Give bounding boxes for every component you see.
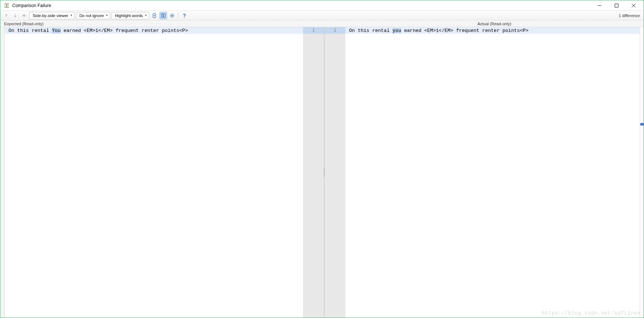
titlebar: Comparison Failure xyxy=(0,0,644,11)
chevron-down-icon: ▼ xyxy=(144,14,147,17)
actual-text-post: earned <EM>1</EM> frequent renter points… xyxy=(401,28,528,33)
difference-count: 1 difference xyxy=(619,13,641,18)
sync-scroll-button[interactable] xyxy=(160,12,167,19)
window-title: Comparison Failure xyxy=(12,3,51,8)
maximize-button[interactable] xyxy=(608,0,625,11)
help-button[interactable]: ? xyxy=(181,12,188,19)
expected-text-post: earned <EM>1</EM> frequent renter points… xyxy=(60,28,188,33)
actual-highlighted-word: you xyxy=(392,28,401,33)
actual-text-pre: On this rental xyxy=(349,28,392,33)
next-diff-button[interactable] xyxy=(12,12,19,19)
splitter-handle[interactable] xyxy=(323,168,325,176)
svg-rect-0 xyxy=(4,4,6,7)
viewer-mode-select[interactable]: Side-by-side viewer ▼ xyxy=(29,12,75,19)
expected-pane: On this rental You earned <EM>1</EM> fre… xyxy=(5,27,303,318)
line-number-right: 1 xyxy=(325,27,345,34)
ignore-mode-select[interactable]: Do not ignore ▼ xyxy=(76,12,110,19)
expected-line-1: On this rental You earned <EM>1</EM> fre… xyxy=(5,27,303,34)
diff-indicator-mark[interactable] xyxy=(640,123,644,126)
right-indicator-strip[interactable] xyxy=(640,27,644,318)
svg-rect-7 xyxy=(161,14,163,17)
expected-content[interactable]: On this rental You earned <EM>1</EM> fre… xyxy=(5,27,303,318)
expected-header: Expected (Read-only) xyxy=(0,20,303,27)
highlight-mode-select[interactable]: Highlight words ▼ xyxy=(112,12,149,19)
toolbar-separator xyxy=(178,12,178,19)
watermark: https://blog.csdn.net/spfLinux xyxy=(542,310,641,316)
expected-highlighted-word: You xyxy=(52,28,60,33)
svg-rect-3 xyxy=(615,4,618,7)
line-number-left-col: 1 xyxy=(303,27,324,318)
line-number-right-col: 1 xyxy=(324,27,345,318)
left-indicator-strip xyxy=(0,27,3,318)
comparison-failure-window: Comparison Failure Side-by-side viewer ▼ xyxy=(0,0,644,318)
toolbar: Side-by-side viewer ▼ Do not ignore ▼ Hi… xyxy=(0,11,644,20)
diff-body: On this rental You earned <EM>1</EM> fre… xyxy=(0,27,644,318)
line-number-left: 1 xyxy=(303,27,324,34)
close-button[interactable] xyxy=(625,0,642,11)
settings-button[interactable] xyxy=(168,12,176,19)
pane-headers: Expected (Read-only) Actual (Read-only) xyxy=(0,20,644,27)
minimize-button[interactable] xyxy=(591,0,608,11)
accept-diff-button[interactable] xyxy=(20,12,28,19)
highlight-mode-label: Highlight words xyxy=(115,13,143,18)
gutter-header xyxy=(303,20,345,27)
help-icon: ? xyxy=(183,13,186,19)
actual-line-1: On this rental you earned <EM>1</EM> fre… xyxy=(345,27,644,34)
svg-rect-1 xyxy=(7,4,9,7)
viewer-mode-label: Side-by-side viewer xyxy=(33,13,68,18)
actual-header: Actual (Read-only) xyxy=(345,20,644,27)
chevron-down-icon: ▼ xyxy=(70,14,73,17)
svg-rect-8 xyxy=(164,14,165,17)
center-gutter[interactable]: 1 1 xyxy=(303,27,345,318)
actual-content[interactable]: On this rental you earned <EM>1</EM> fre… xyxy=(345,27,644,318)
chevron-down-icon: ▼ xyxy=(105,14,108,17)
svg-point-9 xyxy=(171,15,173,16)
window-controls xyxy=(591,0,642,11)
ignore-mode-label: Do not ignore xyxy=(79,13,104,18)
collapse-unchanged-button[interactable] xyxy=(151,12,158,19)
expected-text-pre: On this rental xyxy=(9,28,52,33)
prev-diff-button[interactable] xyxy=(3,12,10,19)
diff-window-icon xyxy=(4,3,9,8)
actual-pane: On this rental you earned <EM>1</EM> fre… xyxy=(345,27,644,318)
